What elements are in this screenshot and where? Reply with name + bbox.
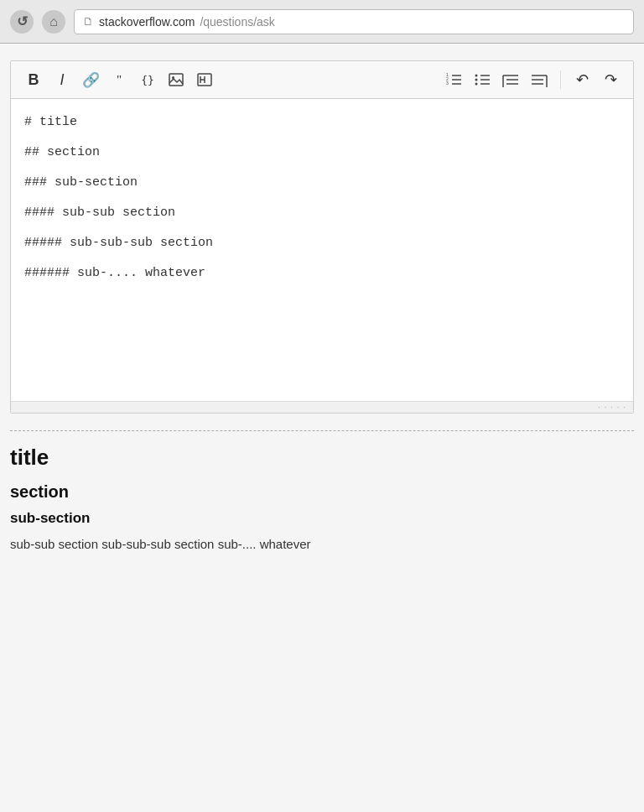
svg-point-16	[475, 79, 478, 81]
editor-line-5: ##### sub-sub-sub section	[24, 233, 620, 253]
preview-h3: sub-section	[10, 510, 634, 527]
address-bar[interactable]: 🗋 stackoverflow.com/questions/ask	[74, 9, 634, 34]
indent-button[interactable]	[498, 68, 523, 91]
preview-area: title section sub-section sub-sub sectio…	[0, 445, 644, 554]
editor-toolbar: B I 🔗 " {}	[11, 61, 633, 99]
section-separator	[10, 430, 634, 431]
redo-button[interactable]: ↷	[598, 68, 623, 91]
preview-h1: title	[10, 445, 634, 471]
address-path: /questions/ask	[200, 15, 275, 29]
page-icon: 🗋	[83, 15, 94, 28]
undo-button[interactable]: ↶	[569, 68, 595, 91]
page-content: B I 🔗 " {}	[0, 44, 644, 812]
bold-button[interactable]: B	[21, 68, 46, 91]
address-domain: stackoverflow.com	[99, 15, 195, 29]
link-button[interactable]: 🔗	[78, 68, 103, 91]
italic-button[interactable]: I	[49, 68, 75, 91]
blockquote-button[interactable]: "	[106, 68, 132, 91]
dedent-button[interactable]	[527, 68, 552, 91]
image-button[interactable]	[164, 68, 189, 91]
editor-body[interactable]: # title ## section ### sub-section #### …	[11, 99, 633, 401]
unordered-list-button[interactable]	[470, 68, 495, 91]
resize-dots: · · · · ·	[598, 403, 626, 412]
editor-line-4: #### sub-sub section	[24, 203, 620, 223]
svg-point-17	[475, 83, 478, 86]
svg-text:3: 3	[446, 81, 449, 86]
code-button[interactable]: {}	[135, 68, 160, 91]
html-button[interactable]	[192, 68, 217, 91]
preview-paragraph: sub-sub section sub-sub-sub section sub-…	[10, 535, 634, 554]
editor-container: B I 🔗 " {}	[10, 60, 634, 414]
editor-line-1: # title	[24, 112, 620, 133]
ordered-list-button[interactable]: 1 2 3	[441, 68, 466, 91]
svg-rect-0	[169, 74, 183, 86]
editor-line-2: ## section	[24, 143, 620, 163]
preview-h2: section	[10, 482, 634, 502]
home-button[interactable]: ⌂	[42, 10, 65, 34]
reload-button[interactable]: ↺	[10, 10, 34, 34]
editor-resize-handle[interactable]: · · · · ·	[11, 401, 633, 413]
svg-point-15	[475, 75, 478, 77]
editor-line-6: ###### sub-.... whatever	[24, 263, 620, 284]
editor-line-3: ### sub-section	[24, 173, 620, 193]
browser-bar: ↺ ⌂ 🗋 stackoverflow.com/questions/ask	[0, 0, 644, 44]
